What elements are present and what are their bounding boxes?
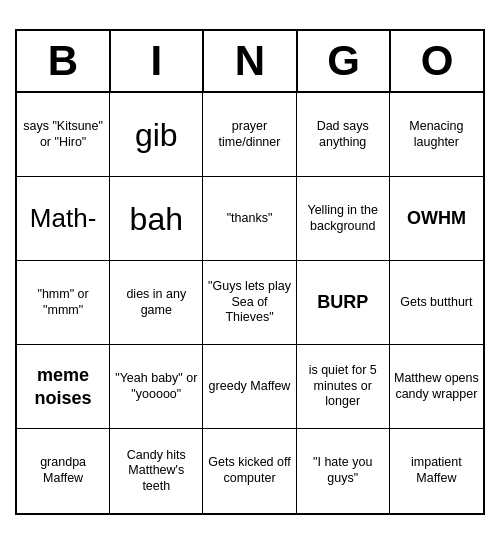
bingo-cell-14: Gets butthurt: [390, 261, 483, 345]
bingo-cell-10: "hmm" or "mmm": [17, 261, 110, 345]
bingo-cell-23: "I hate you guys": [297, 429, 390, 513]
bingo-cell-8: Yelling in the background: [297, 177, 390, 261]
bingo-cell-7: "thanks": [203, 177, 296, 261]
bingo-cell-21: Candy hits Matthew's teeth: [110, 429, 203, 513]
bingo-cell-2: prayer time/dinner: [203, 93, 296, 177]
bingo-cell-0: says "Kitsune" or "Hiro": [17, 93, 110, 177]
bingo-cell-18: is quiet for 5 minutes or longer: [297, 345, 390, 429]
bingo-header: BINGO: [17, 31, 483, 93]
bingo-cell-11: dies in any game: [110, 261, 203, 345]
bingo-cell-24: impatient Maffew: [390, 429, 483, 513]
bingo-cell-12: "Guys lets play Sea of Thieves": [203, 261, 296, 345]
bingo-cell-5: Math-: [17, 177, 110, 261]
bingo-cell-9: OWHM: [390, 177, 483, 261]
bingo-card: BINGO says "Kitsune" or "Hiro"gibprayer …: [15, 29, 485, 515]
header-letter-b: B: [17, 31, 111, 91]
bingo-cell-16: "Yeah baby" or "yooooo": [110, 345, 203, 429]
bingo-cell-1: gib: [110, 93, 203, 177]
header-letter-n: N: [204, 31, 298, 91]
bingo-cell-20: grandpa Maffew: [17, 429, 110, 513]
bingo-cell-13: BURP: [297, 261, 390, 345]
header-letter-g: G: [298, 31, 392, 91]
header-letter-i: I: [111, 31, 205, 91]
bingo-cell-19: Matthew opens candy wrapper: [390, 345, 483, 429]
bingo-cell-17: greedy Maffew: [203, 345, 296, 429]
bingo-cell-4: Menacing laughter: [390, 93, 483, 177]
bingo-cell-15: meme noises: [17, 345, 110, 429]
bingo-grid: says "Kitsune" or "Hiro"gibprayer time/d…: [17, 93, 483, 513]
bingo-cell-22: Gets kicked off computer: [203, 429, 296, 513]
header-letter-o: O: [391, 31, 483, 91]
bingo-cell-6: bah: [110, 177, 203, 261]
bingo-cell-3: Dad says anything: [297, 93, 390, 177]
